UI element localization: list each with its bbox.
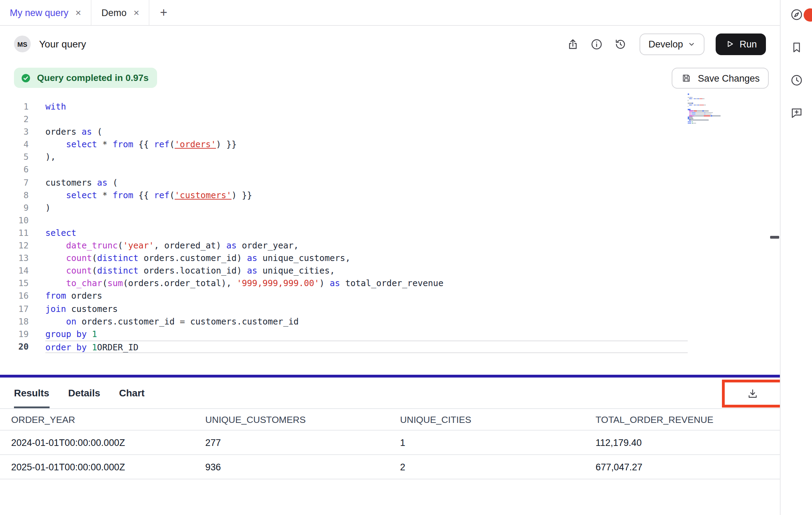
develop-button[interactable]: Develop [639, 33, 704, 55]
table-row[interactable]: 2025-01-01T00:00:00.000Z9362677,047.27 [0, 455, 780, 479]
code-line[interactable]: 2 [0, 113, 738, 126]
table-cell: 2 [400, 462, 596, 472]
line-number: 12 [0, 239, 29, 252]
code-line[interactable]: 17join customers [0, 303, 738, 315]
save-changes-button[interactable]: Save Changes [672, 68, 769, 89]
history-icon[interactable] [611, 35, 629, 53]
tab-chart[interactable]: Chart [119, 378, 145, 408]
code-lines[interactable]: 1with23orders as (4 select * from {{ ref… [0, 100, 738, 353]
query-header: MS Your query [0, 26, 780, 62]
table-body: 2024-01-01T00:00:00.000Z2771112,179.4020… [0, 431, 780, 515]
compass-icon[interactable] [788, 6, 805, 23]
table-cell: 677,047.27 [596, 462, 780, 472]
query-status-banner: Query completed in 0.97s [14, 68, 157, 88]
code-line[interactable]: 13 count(distinct orders.customer_id) as… [0, 252, 738, 264]
tab-label: My new query [10, 7, 68, 18]
panel-divider[interactable] [0, 375, 780, 378]
code-line-text: select * from {{ ref('customers') }} [45, 189, 252, 201]
code-line-text: select * from {{ ref('orders') }} [45, 139, 237, 151]
clock-icon[interactable] [788, 72, 805, 89]
code-editor: Query completed in 0.97s Save Changes 1w… [0, 62, 780, 375]
code-line[interactable]: 11select [0, 227, 738, 239]
code-line-text: join customers [45, 303, 118, 315]
line-number: 13 [0, 252, 29, 264]
code-line[interactable]: 6 [0, 164, 738, 176]
query-ide-window: My new query × Demo × + MS Your query [0, 0, 812, 515]
save-changes-label: Save Changes [698, 73, 760, 83]
tab-label: Demo [101, 7, 126, 18]
main-area: My new query × Demo × + MS Your query [0, 0, 780, 515]
code-line[interactable]: 4 select * from {{ ref('orders') }} [0, 139, 738, 151]
close-icon[interactable]: × [134, 8, 139, 17]
code-line[interactable]: 8 select * from {{ ref('customers') }} [0, 189, 738, 201]
info-icon[interactable] [588, 35, 606, 53]
line-number: 17 [0, 303, 29, 315]
query-header-left: MS Your query [14, 36, 86, 52]
code-line[interactable]: 20order by 1ORDER_ID [0, 341, 738, 353]
table-row[interactable]: 2024-01-01T00:00:00.000Z2771112,179.40 [0, 431, 780, 455]
code-line-text: count(distinct orders.customer_id) as un… [45, 252, 350, 264]
code-line[interactable]: 12 date_trunc('year', ordered_at) as ord… [0, 239, 738, 252]
line-number: 19 [0, 328, 29, 340]
close-icon[interactable]: × [75, 8, 81, 17]
code-line[interactable]: 1with [0, 100, 738, 113]
query-header-actions: Develop Run [558, 33, 766, 55]
page-title: Your query [39, 38, 86, 50]
comment-add-icon[interactable] [788, 105, 805, 121]
code-line[interactable]: 15 to_char(sum(orders.order_total), '999… [0, 277, 738, 290]
line-number: 4 [0, 139, 29, 151]
table-cell: 1 [400, 437, 596, 448]
line-number: 8 [0, 189, 29, 201]
line-number: 6 [0, 164, 29, 176]
line-number: 2 [0, 113, 29, 126]
line-number: 20 [0, 341, 29, 353]
avatar: MS [14, 36, 31, 52]
code-line[interactable]: 14 count(distinct orders.location_id) as… [0, 264, 738, 277]
run-button[interactable]: Run [716, 33, 766, 55]
code-line[interactable]: 7customers as ( [0, 176, 738, 189]
minimap[interactable] [688, 94, 725, 127]
download-button[interactable] [725, 382, 781, 405]
tab-details[interactable]: Details [68, 378, 100, 408]
table-cell: 2024-01-01T00:00:00.000Z [11, 437, 205, 448]
code-line-text: ) [45, 202, 51, 214]
code-line[interactable]: 10 [0, 214, 738, 227]
code-line[interactable]: 18 on orders.customer_id = customers.cus… [0, 315, 738, 328]
minimap-line [688, 122, 725, 124]
download-icon [746, 387, 759, 400]
code-line-text: group by 1 [45, 328, 97, 340]
tab-demo[interactable]: Demo × [91, 0, 149, 25]
results-tab-bar: Results Details Chart [0, 378, 780, 409]
line-number: 3 [0, 126, 29, 138]
code-line[interactable]: 9) [0, 202, 738, 214]
line-number: 16 [0, 290, 29, 303]
code-line[interactable]: 16from orders [0, 290, 738, 303]
line-number: 10 [0, 214, 29, 227]
tab-results[interactable]: Results [14, 378, 49, 408]
line-number: 15 [0, 277, 29, 290]
right-sidebar [780, 0, 812, 515]
code-line-text: on orders.customer_id = customers.custom… [45, 315, 299, 328]
column-header-unique-cities: UNIQUE_CITIES [400, 414, 596, 425]
code-line-text: orders as ( [45, 126, 102, 138]
annotation-highlight-box [722, 380, 783, 408]
tab-my-new-query[interactable]: My new query × [0, 0, 91, 25]
line-number: 1 [0, 100, 29, 113]
table-cell: 277 [205, 437, 400, 448]
code-line[interactable]: 3orders as ( [0, 126, 738, 138]
new-tab-button[interactable]: + [150, 0, 178, 25]
play-icon [725, 39, 735, 49]
code-line-text: with [45, 100, 66, 113]
line-number: 5 [0, 151, 29, 164]
develop-button-label: Develop [648, 39, 683, 49]
code-line-text: to_char(sum(orders.order_total), '999,99… [45, 277, 443, 290]
check-circle-icon [20, 72, 31, 83]
bookmark-icon[interactable] [788, 39, 805, 56]
code-line[interactable]: 5), [0, 151, 738, 164]
code-line-text: from orders [45, 290, 102, 303]
code-line[interactable]: 19group by 1 [0, 328, 738, 340]
chevron-down-icon [688, 40, 695, 48]
line-number: 9 [0, 202, 29, 214]
share-icon[interactable] [564, 35, 582, 53]
scrollbar-thumb[interactable] [770, 236, 779, 239]
